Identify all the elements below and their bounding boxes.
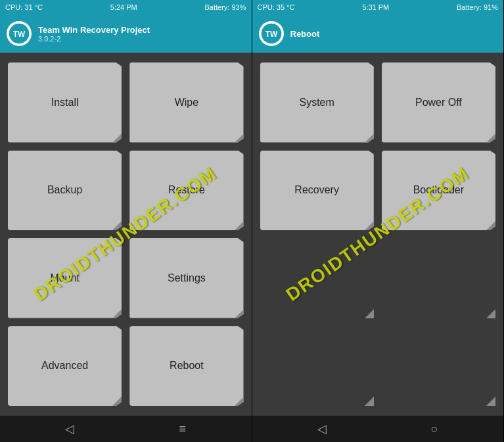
mount-button[interactable]: Mount xyxy=(8,238,122,318)
right-nav-bar: ◁ ○ xyxy=(252,416,504,442)
app-title-block: Team Win Recovery Project 3.0.2-2 xyxy=(38,25,150,43)
left-cpu: CPU: 31 °C xyxy=(5,3,43,11)
left-status-bar: CPU: 31 °C 5:24 PM Battery: 93% xyxy=(0,0,252,14)
backup-button[interactable]: Backup xyxy=(8,151,122,231)
right-panel: CPU: 35 °C 5:31 PM Battery: 91% TW Reboo… xyxy=(252,0,505,442)
left-time: 5:24 PM xyxy=(110,3,137,11)
back-button-left[interactable]: ◁ xyxy=(65,422,74,436)
app-version: 3.0.2-2 xyxy=(38,35,150,43)
restore-button[interactable]: Restore xyxy=(129,151,243,231)
recovery-button[interactable]: Recovery xyxy=(260,151,374,231)
twrp-logo: TW xyxy=(7,21,32,46)
left-battery: Battery: 93% xyxy=(205,3,246,11)
bootloader-button[interactable]: Bootloader xyxy=(382,151,495,231)
right-app-title-main: Reboot xyxy=(290,29,320,39)
right-cpu: CPU: 35 °C xyxy=(258,3,295,11)
power-off-button[interactable]: Power Off xyxy=(382,62,495,143)
home-button-left[interactable]: ≡ xyxy=(179,422,186,436)
right-app-header: TW Reboot xyxy=(252,14,504,53)
right-battery: Battery: 91% xyxy=(457,3,498,11)
right-time: 5:31 PM xyxy=(362,3,389,11)
svg-text:TW: TW xyxy=(13,30,26,39)
settings-button[interactable]: Settings xyxy=(129,238,243,318)
empty-btn-2 xyxy=(382,238,495,318)
right-main-grid: System Power Off Recovery Bootloader DRO… xyxy=(252,53,504,416)
left-main-grid: Install Wipe Backup Restore Mount Settin… xyxy=(0,53,252,416)
system-button[interactable]: System xyxy=(260,62,374,143)
right-app-title-block: Reboot xyxy=(290,29,320,39)
right-status-bar: CPU: 35 °C 5:31 PM Battery: 91% xyxy=(252,0,504,14)
svg-text:TW: TW xyxy=(265,30,277,39)
back-button-right[interactable]: ◁ xyxy=(317,422,327,436)
advanced-button[interactable]: Advanced xyxy=(8,326,122,406)
install-button[interactable]: Install xyxy=(8,62,122,143)
empty-btn-1 xyxy=(260,238,374,318)
empty-btn-3 xyxy=(260,326,374,406)
left-nav-bar: ◁ ≡ xyxy=(0,416,252,442)
app-title-main: Team Win Recovery Project xyxy=(38,25,150,35)
home-button-right[interactable]: ○ xyxy=(431,422,438,436)
left-app-header: TW Team Win Recovery Project 3.0.2-2 xyxy=(0,14,252,53)
left-panel: CPU: 31 °C 5:24 PM Battery: 93% TW Team … xyxy=(0,0,252,442)
twrp-logo-right: TW xyxy=(259,21,284,46)
empty-btn-4 xyxy=(382,326,495,406)
reboot-button[interactable]: Reboot xyxy=(129,326,243,406)
wipe-button[interactable]: Wipe xyxy=(129,62,243,143)
